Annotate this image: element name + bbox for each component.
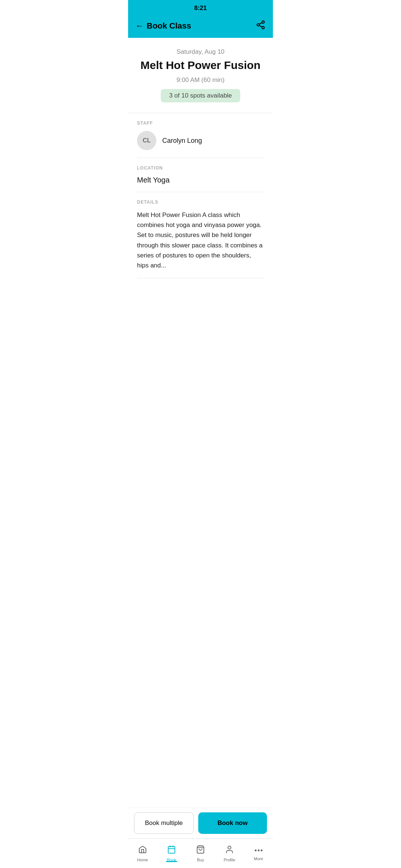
status-time: 8:21: [194, 4, 207, 12]
nav-item-book[interactable]: Book: [157, 842, 186, 862]
class-date: Saturday, Aug 10: [136, 48, 265, 56]
header-title: Book Class: [147, 21, 191, 31]
action-buttons: Book multiple Book now: [128, 808, 273, 838]
content: STAFF CL Carolyn Long LOCATION Melt Yoga…: [128, 113, 273, 278]
book-now-button[interactable]: Book now: [198, 812, 267, 834]
nav-label-more: More: [254, 857, 263, 861]
details-label: DETAILS: [137, 200, 264, 205]
location-name: Melt Yoga: [137, 176, 264, 184]
nav-item-home[interactable]: Home: [128, 842, 157, 862]
svg-line-4: [259, 23, 262, 24]
class-name: Melt Hot Power Fusion: [136, 59, 265, 72]
nav-label-home: Home: [137, 858, 148, 862]
details-section: DETAILS Melt Hot Power Fusion A class wh…: [137, 192, 264, 278]
nav-label-buy: Buy: [197, 858, 204, 862]
location-label: LOCATION: [137, 165, 264, 171]
more-icon: [255, 846, 263, 855]
staff-section: STAFF CL Carolyn Long: [137, 113, 264, 158]
svg-point-10: [228, 846, 231, 849]
svg-line-3: [259, 26, 262, 27]
bottom-nav: Home Book Buy: [128, 838, 273, 868]
nav-label-profile: Profile: [224, 858, 235, 862]
svg-rect-5: [168, 846, 175, 853]
book-icon: [167, 845, 176, 856]
class-time: 9:00 AM (60 min): [136, 76, 265, 84]
share-icon[interactable]: [256, 20, 265, 32]
home-icon: [138, 845, 147, 856]
back-icon[interactable]: ←: [136, 21, 144, 31]
status-bar: 8:21: [128, 0, 273, 16]
header-left: ← Book Class: [136, 21, 191, 31]
staff-row: CL Carolyn Long: [137, 131, 264, 150]
nav-label-book: Book: [167, 858, 176, 862]
location-section: LOCATION Melt Yoga: [137, 158, 264, 192]
nav-item-buy[interactable]: Buy: [186, 842, 215, 862]
staff-name: Carolyn Long: [162, 137, 202, 145]
book-multiple-button[interactable]: Book multiple: [134, 812, 194, 834]
spots-badge: 3 of 10 spots available: [161, 89, 240, 102]
nav-item-more[interactable]: More: [244, 843, 273, 861]
buy-icon: [196, 845, 205, 856]
header: ← Book Class: [128, 16, 273, 38]
staff-label: STAFF: [137, 121, 264, 126]
staff-avatar: CL: [137, 131, 156, 150]
nav-item-profile[interactable]: Profile: [215, 842, 244, 862]
details-text: Melt Hot Power Fusion A class which comb…: [137, 210, 264, 270]
profile-icon: [225, 845, 234, 856]
hero-section: Saturday, Aug 10 Melt Hot Power Fusion 9…: [128, 38, 273, 113]
